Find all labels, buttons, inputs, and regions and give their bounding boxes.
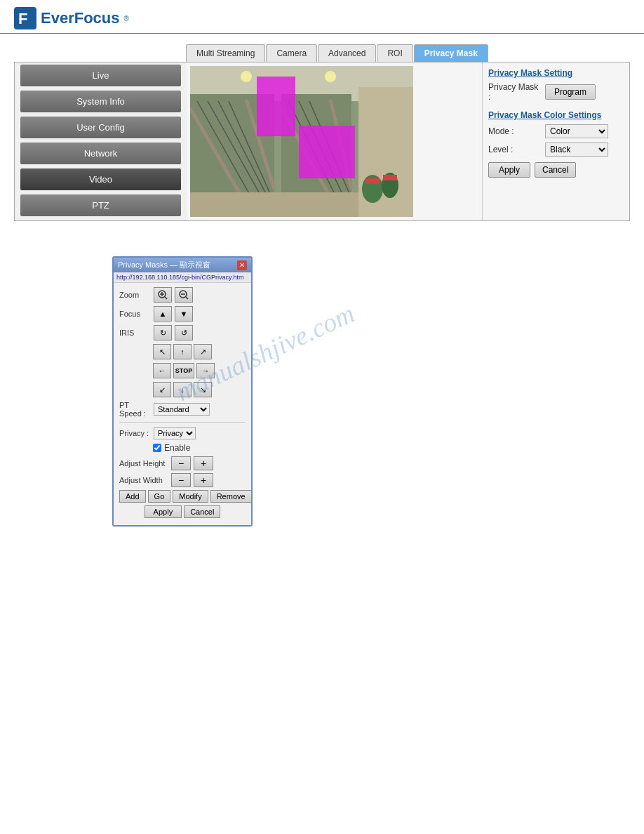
zoom-out-icon [179, 290, 189, 300]
level-select[interactable]: Black White Gray [545, 143, 608, 157]
ptz-row-2: ← STOP → [153, 363, 246, 378]
sidebar-item-network[interactable]: Network [20, 143, 181, 164]
iris-open-button[interactable]: ↻ [154, 325, 172, 340]
privacy-mask-label: Privacy Mask : [488, 82, 541, 102]
action-buttons-row: Apply Cancel [488, 162, 624, 178]
pt-speed-row: PT Speed : Standard Slow Fast [119, 401, 246, 418]
ptz-up-button[interactable]: ↑ [173, 344, 192, 359]
adjust-height-row: Adjust Height − + [119, 456, 246, 470]
tab-roi[interactable]: ROI [377, 44, 412, 62]
go-button[interactable]: Go [148, 490, 171, 503]
popup-title: Privacy Masks — 顯示視窗 [118, 260, 210, 270]
header: F EverFocus® [0, 0, 644, 34]
width-minus-button[interactable]: − [171, 473, 191, 487]
iris-close-button[interactable]: ↺ [175, 325, 193, 340]
ptz-right-button[interactable]: → [196, 363, 215, 378]
enable-row: Enable [153, 443, 246, 453]
sidebar: Live System Info User Config Network Vid… [15, 62, 187, 220]
mode-label: Mode : [488, 126, 541, 136]
popup-cancel-button[interactable]: Cancel [184, 505, 220, 518]
ptz-row-3: ↙ ↓ ↘ [153, 382, 246, 397]
privacy-mask-2 [299, 126, 355, 178]
sidebar-item-user-config[interactable]: User Config [20, 117, 181, 138]
ptz-downleft-button[interactable]: ↙ [153, 382, 171, 397]
svg-line-31 [186, 297, 188, 299]
mode-row: Mode : Color Mosaic [488, 124, 624, 138]
sidebar-item-live[interactable]: Live [20, 65, 181, 86]
divider [119, 422, 246, 423]
lower-section: Privacy Masks — 顯示視窗 ✕ http://192.168.11… [14, 249, 630, 527]
svg-line-28 [165, 297, 167, 299]
zoom-row: Zoom [119, 287, 246, 303]
adjust-width-label: Adjust Width [119, 476, 168, 484]
level-label: Level : [488, 145, 541, 154]
logo-text: EverFocus [41, 9, 120, 27]
tabs-container: Multi Streaming Camera Advanced ROI Priv… [186, 44, 630, 62]
height-plus-button[interactable]: + [194, 456, 213, 470]
iris-label: IRIS [119, 329, 151, 337]
width-plus-button[interactable]: + [194, 473, 213, 487]
privacy-row: Privacy : Privacy 1 Privacy 2 Privacy 3 [119, 427, 246, 439]
popup-bottom-row: Apply Cancel [119, 505, 246, 518]
svg-point-24 [325, 71, 336, 82]
privacy-select-label: Privacy : [119, 429, 151, 437]
svg-text:F: F [18, 10, 27, 27]
privacy-mask-row: Privacy Mask : Program [488, 82, 624, 102]
color-settings-title: Privacy Mask Color Settings [488, 110, 624, 120]
height-minus-button[interactable]: − [171, 456, 191, 470]
modify-button[interactable]: Modify [173, 490, 208, 503]
zoom-in-icon [158, 290, 168, 300]
ptz-down-button[interactable]: ↓ [173, 382, 192, 397]
iris-row: IRIS ↻ ↺ [119, 325, 246, 340]
ptz-upright-button[interactable]: ↗ [194, 344, 212, 359]
focus-label: Focus [119, 310, 151, 318]
pt-speed-label: PT Speed : [119, 401, 151, 418]
focus-near-button[interactable]: ▲ [154, 306, 172, 322]
popup-titlebar: Privacy Masks — 顯示視窗 ✕ [114, 258, 251, 272]
popup-body: Zoom Focus ▲ ▼ IRIS ↻ [114, 283, 251, 525]
video-panel [187, 62, 482, 220]
zoom-label: Zoom [119, 291, 151, 299]
zoom-out-button[interactable] [175, 287, 193, 303]
ptz-left-button[interactable]: ← [153, 363, 171, 378]
ptz-downright-button[interactable]: ↘ [194, 382, 212, 397]
cancel-button[interactable]: Cancel [535, 162, 576, 178]
level-row: Level : Black White Gray [488, 143, 624, 157]
remove-button[interactable]: Remove [210, 490, 252, 503]
add-button[interactable]: Add [119, 490, 146, 503]
tab-privacy-mask[interactable]: Privacy Mask [414, 44, 488, 62]
program-button[interactable]: Program [545, 84, 596, 100]
sidebar-item-system-info[interactable]: System Info [20, 91, 181, 112]
tab-camera[interactable]: Camera [266, 44, 317, 62]
pt-speed-select[interactable]: Standard Slow Fast [154, 403, 210, 416]
tab-advanced[interactable]: Advanced [318, 44, 376, 62]
logo-reg: ® [124, 15, 129, 22]
focus-far-button[interactable]: ▼ [175, 306, 193, 322]
content-area: Live System Info User Config Network Vid… [14, 62, 630, 221]
popup-apply-button[interactable]: Apply [145, 505, 182, 518]
svg-rect-21 [365, 178, 380, 184]
apply-button[interactable]: Apply [488, 162, 530, 178]
video-frame [190, 66, 413, 217]
ptz-stop-button[interactable]: STOP [173, 363, 194, 378]
sidebar-item-video[interactable]: Video [20, 168, 181, 190]
settings-panel: Privacy Mask Setting Privacy Mask : Prog… [482, 62, 629, 220]
zoom-in-button[interactable] [154, 287, 172, 303]
popup-close-button[interactable]: ✕ [237, 260, 247, 270]
ptz-upleft-button[interactable]: ↖ [153, 344, 171, 359]
popup-url: http://192.168.110.185/cgi-bin/CGPrivacy… [114, 272, 251, 283]
mode-select[interactable]: Color Mosaic [545, 124, 608, 138]
tab-multi-streaming[interactable]: Multi Streaming [186, 44, 265, 62]
adjust-width-row: Adjust Width − + [119, 473, 246, 487]
logo: F EverFocus® [14, 7, 630, 29]
main-content: Multi Streaming Camera Advanced ROI Priv… [0, 37, 644, 534]
svg-point-23 [241, 71, 252, 82]
privacy-select[interactable]: Privacy 1 Privacy 2 Privacy 3 [154, 427, 196, 439]
privacy-masks-popup: Privacy Masks — 顯示視窗 ✕ http://192.168.11… [112, 256, 253, 527]
privacy-mask-setting-title: Privacy Mask Setting [488, 68, 624, 78]
action-row: Add Go Modify Remove [119, 490, 246, 503]
adjust-height-label: Adjust Height [119, 459, 168, 468]
enable-checkbox[interactable] [153, 444, 161, 452]
sidebar-item-ptz[interactable]: PTZ [20, 194, 181, 216]
enable-label: Enable [164, 443, 190, 453]
